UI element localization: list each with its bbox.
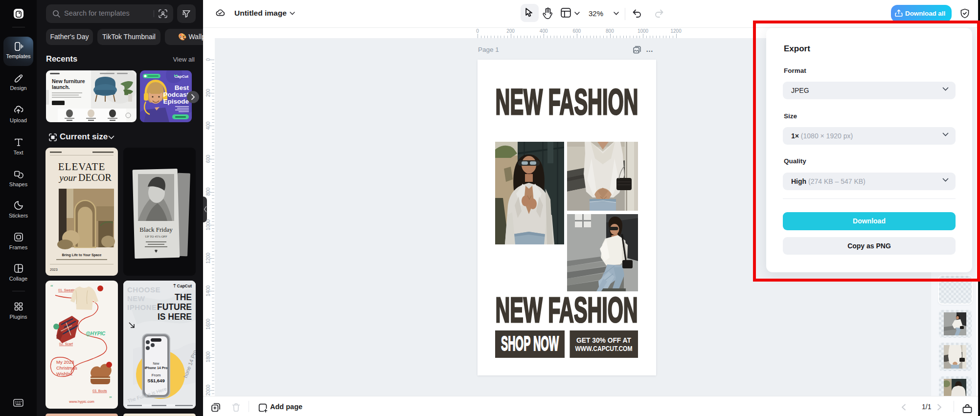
svg-text:2023: 2023	[50, 268, 58, 271]
svg-text:”: ”	[109, 395, 112, 401]
svg-text:NEW FASHION: NEW FASHION	[496, 82, 638, 122]
svg-text:03. Boots: 03. Boots	[92, 389, 107, 393]
svg-text:WWW.CAPCUT.COM: WWW.CAPCUT.COM	[575, 345, 633, 352]
svg-text:My 2023: My 2023	[56, 359, 74, 365]
svg-text:IPHONE: IPHONE	[127, 303, 157, 311]
svg-text:Episode: Episode	[163, 98, 189, 105]
svg-text:THE: THE	[175, 292, 192, 302]
svg-text:Podcast: Podcast	[163, 91, 189, 98]
svg-text:Best: Best	[175, 84, 189, 91]
svg-text:02. Scarf: 02. Scarf	[59, 342, 73, 346]
svg-text:iPhone 14 Pro: iPhone 14 Pro	[145, 366, 168, 370]
svg-text:launch.: launch.	[52, 84, 70, 90]
svg-text:IS HERE: IS HERE	[158, 312, 192, 322]
svg-text:Wishlist: Wishlist	[56, 371, 72, 376]
svg-text:Black Friday: Black Friday	[139, 226, 173, 233]
svg-text:“: “	[50, 284, 53, 289]
svg-text:⍑ CapCut: ⍑ CapCut	[173, 284, 192, 288]
svg-text:New furniture: New furniture	[52, 78, 85, 84]
svg-text:S$1,649: S$1,649	[147, 378, 164, 383]
svg-text:SHOP NOW: SHOP NOW	[501, 332, 559, 355]
svg-text:CHOOSE: CHOOSE	[127, 285, 160, 294]
svg-text:your: your	[59, 173, 77, 183]
svg-text:From: From	[152, 373, 161, 377]
svg-text:Christmas: Christmas	[56, 365, 77, 371]
svg-text:New: New	[153, 362, 159, 365]
svg-text:@HYPIC: @HYPIC	[86, 331, 106, 336]
svg-text:FUTURE: FUTURE	[157, 302, 192, 312]
svg-text:DECOR: DECOR	[78, 172, 112, 183]
svg-text:ELEVATE: ELEVATE	[58, 161, 105, 173]
svg-text:Bring Life to Your Space: Bring Life to Your Space	[62, 253, 101, 257]
svg-text:NEW: NEW	[127, 294, 145, 303]
svg-text:UP TO 45% OFF: UP TO 45% OFF	[145, 235, 167, 238]
svg-text:www.hypic.com: www.hypic.com	[68, 399, 94, 404]
svg-text:GET 30% OFF AT: GET 30% OFF AT	[576, 336, 631, 344]
svg-text:NEW FASHION: NEW FASHION	[496, 290, 638, 329]
